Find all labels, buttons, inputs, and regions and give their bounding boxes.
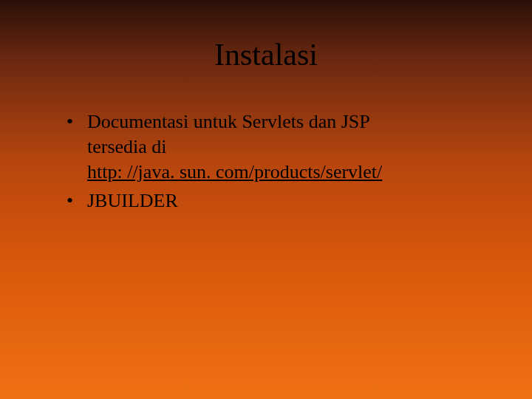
bullet-list: Documentasi untuk Servlets dan JSP terse… bbox=[66, 109, 488, 214]
slide-content: Documentasi untuk Servlets dan JSP terse… bbox=[44, 109, 488, 214]
bullet-text: JBUILDER bbox=[87, 190, 178, 211]
bullet-text-line2: tersedia di bbox=[87, 134, 488, 160]
slide-container: Instalasi Documentasi untuk Servlets dan… bbox=[0, 0, 532, 399]
bullet-item: Documentasi untuk Servlets dan JSP terse… bbox=[66, 109, 488, 184]
slide-title: Instalasi bbox=[44, 37, 488, 72]
bullet-text-line1: Documentasi untuk Servlets dan JSP bbox=[87, 111, 370, 132]
bullet-item: JBUILDER bbox=[66, 188, 488, 214]
bullet-link[interactable]: http: //java. sun. com/products/servlet/ bbox=[87, 160, 488, 185]
